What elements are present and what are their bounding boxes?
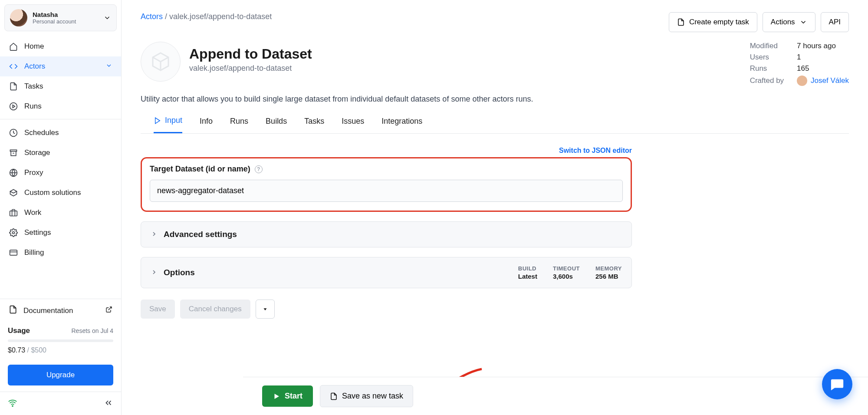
tab-integrations[interactable]: Integrations	[381, 116, 422, 133]
chevron-down-icon	[105, 62, 112, 71]
actor-icon	[141, 42, 181, 82]
usage-bar	[8, 339, 113, 342]
play-icon	[154, 117, 161, 125]
api-button[interactable]: API	[821, 12, 849, 32]
collapse-sidebar-icon[interactable]	[104, 398, 113, 409]
breadcrumb-root[interactable]: Actors	[141, 12, 163, 21]
nav-label: Proxy	[24, 168, 43, 177]
nav-work[interactable]: Work	[0, 203, 121, 223]
actor-meta: Modified7 hours ago Users1 Runs165 Craft…	[750, 42, 849, 86]
tabs: Input Info Runs Builds Tasks Issues Inte…	[141, 104, 849, 134]
nav-label: Schedules	[24, 128, 59, 137]
file-icon	[330, 392, 338, 400]
package-icon	[9, 188, 18, 198]
breadcrumb: Actors / valek.josef/append-to-dataset	[141, 12, 272, 21]
archive-icon	[9, 148, 18, 158]
file-icon	[677, 18, 685, 26]
sidebar: Natasha Personal account Home Actors Tas…	[0, 0, 122, 415]
account-switcher[interactable]: Natasha Personal account	[4, 4, 117, 31]
author-avatar	[797, 76, 807, 86]
breadcrumb-path: valek.josef/append-to-dataset	[169, 12, 272, 21]
svg-point-8	[13, 232, 15, 234]
nav-label: Storage	[24, 148, 50, 157]
nav-label: Work	[24, 208, 41, 217]
nav-custom-solutions[interactable]: Custom solutions	[0, 183, 121, 203]
svg-point-0	[10, 103, 17, 110]
card-icon	[9, 248, 18, 257]
nav-label: Documentation	[23, 306, 73, 315]
field-label: Target Dataset (id or name) ?	[150, 165, 623, 174]
chevron-down-icon	[799, 18, 807, 26]
svg-marker-13	[155, 118, 160, 124]
tab-tasks[interactable]: Tasks	[304, 116, 324, 133]
start-button[interactable]: Start	[262, 385, 313, 407]
advanced-settings-section[interactable]: Advanced settings	[141, 221, 632, 247]
clock-icon	[9, 128, 18, 138]
tab-info[interactable]: Info	[200, 116, 213, 133]
nav-storage[interactable]: Storage	[0, 143, 121, 163]
nav-label: Tasks	[24, 82, 43, 91]
nav-documentation[interactable]: Documentation	[0, 299, 121, 322]
chevron-right-icon	[151, 269, 158, 277]
options-summary: BUILDLatest TIMEOUT3,600s MEMORY256 MB	[518, 265, 622, 280]
usage-reset: Resets on Jul 4	[72, 327, 114, 334]
chat-fab[interactable]	[822, 369, 852, 399]
svg-point-12	[12, 405, 13, 406]
nav-proxy[interactable]: Proxy	[0, 163, 121, 183]
nav-home[interactable]: Home	[0, 36, 121, 56]
chevron-down-icon	[103, 14, 111, 22]
tab-input[interactable]: Input	[154, 116, 182, 133]
tab-runs[interactable]: Runs	[230, 116, 248, 133]
play-circle-icon	[9, 102, 18, 111]
save-dropdown-button[interactable]	[256, 300, 275, 319]
file-icon	[9, 82, 18, 91]
account-name: Natasha	[33, 11, 98, 18]
switch-to-json-link[interactable]: Switch to JSON editor	[141, 147, 632, 155]
bottom-bar: Start Save as new task	[243, 377, 868, 415]
home-icon	[9, 42, 18, 51]
save-button: Save	[141, 300, 175, 319]
nav-billing[interactable]: Billing	[0, 243, 121, 263]
caret-down-icon	[262, 306, 268, 312]
nav-actors[interactable]: Actors	[0, 56, 121, 76]
author-link[interactable]: Josef Válek	[811, 76, 849, 85]
cancel-changes-button: Cancel changes	[180, 300, 250, 319]
nav-tasks[interactable]: Tasks	[0, 76, 121, 96]
chat-icon	[830, 377, 845, 392]
briefcase-icon	[9, 208, 18, 217]
svg-line-11	[108, 307, 112, 310]
tab-builds[interactable]: Builds	[266, 116, 287, 133]
create-empty-task-button[interactable]: Create empty task	[669, 12, 757, 32]
svg-marker-16	[275, 394, 279, 399]
nav-label: Custom solutions	[24, 188, 81, 197]
actor-description: Utility actor that allows you to build s…	[122, 86, 868, 104]
nav-label: Actors	[24, 62, 45, 71]
svg-marker-1	[13, 105, 15, 108]
usage-block: Usage Resets on Jul 4 $0.73 / $500	[0, 322, 121, 359]
usage-label: Usage	[8, 326, 30, 335]
nav-label: Home	[24, 42, 44, 51]
svg-rect-9	[10, 250, 17, 255]
account-type: Personal account	[33, 18, 98, 25]
gear-icon	[9, 228, 18, 237]
nav-settings[interactable]: Settings	[0, 223, 121, 243]
nav-label: Settings	[24, 228, 51, 237]
target-dataset-input[interactable]	[150, 180, 623, 202]
nav-runs[interactable]: Runs	[0, 96, 121, 116]
svg-rect-3	[10, 150, 17, 151]
main-area: Actors / valek.josef/append-to-dataset C…	[122, 0, 868, 415]
globe-icon	[9, 168, 18, 178]
save-as-new-task-button[interactable]: Save as new task	[320, 385, 413, 407]
cube-icon	[150, 51, 171, 72]
help-icon[interactable]: ?	[255, 165, 263, 173]
nav-schedules[interactable]: Schedules	[0, 123, 121, 143]
play-icon	[273, 392, 280, 400]
svg-rect-7	[10, 211, 17, 216]
svg-marker-14	[263, 308, 266, 310]
actions-button[interactable]: Actions	[763, 12, 815, 32]
options-section[interactable]: Options BUILDLatest TIMEOUT3,600s MEMORY…	[141, 257, 632, 288]
usage-amount: $0.73 / $500	[8, 346, 113, 354]
wifi-icon	[8, 398, 17, 409]
upgrade-button[interactable]: Upgrade	[8, 365, 113, 385]
tab-issues[interactable]: Issues	[342, 116, 364, 133]
